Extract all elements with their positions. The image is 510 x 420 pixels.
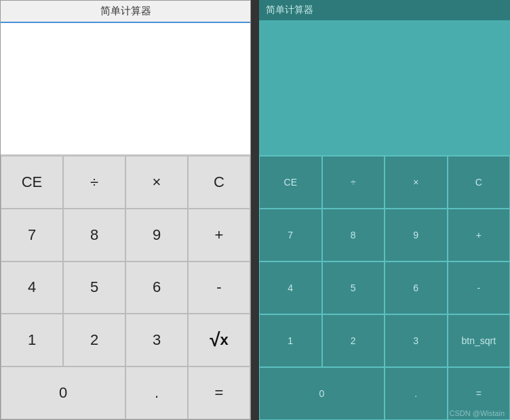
btn-dot[interactable]: . xyxy=(125,366,188,419)
right-btn-9[interactable]: 9 xyxy=(385,209,448,261)
right-button-grid: CE ÷ × C 7 8 9 + 4 5 6 - 1 2 3 btn_sqrt … xyxy=(259,156,510,420)
btn-6[interactable]: 6 xyxy=(125,261,188,314)
right-btn-8[interactable]: 8 xyxy=(322,209,385,261)
btn-2[interactable]: 2 xyxy=(63,314,125,366)
btn-clear[interactable]: C xyxy=(188,156,250,209)
left-title: 简单计算器 xyxy=(100,5,151,16)
right-btn-plus[interactable]: + xyxy=(448,209,511,261)
btn-8[interactable]: 8 xyxy=(63,209,125,261)
right-btn-multiply[interactable]: × xyxy=(385,156,448,209)
btn-multiply[interactable]: × xyxy=(125,156,188,209)
right-btn-3[interactable]: 3 xyxy=(385,314,448,367)
right-btn-5[interactable]: 5 xyxy=(322,261,385,314)
right-btn-divide[interactable]: ÷ xyxy=(322,156,385,209)
right-btn-clear[interactable]: C xyxy=(448,156,511,209)
btn-5[interactable]: 5 xyxy=(63,261,125,314)
left-button-grid: CE ÷ × C 7 8 9 + 4 5 6 - 1 2 3 √x 0 . = xyxy=(1,155,250,419)
right-btn-dot[interactable]: . xyxy=(385,367,448,420)
btn-sqrt[interactable]: √x xyxy=(188,314,250,366)
right-title-bar: 简单计算器 xyxy=(259,0,510,21)
divider xyxy=(251,0,259,420)
right-btn-ce[interactable]: CE xyxy=(259,156,322,209)
left-display xyxy=(1,23,250,155)
left-title-bar: 简单计算器 xyxy=(1,1,250,23)
right-btn-sqrt[interactable]: btn_sqrt xyxy=(448,314,511,367)
right-btn-1[interactable]: 1 xyxy=(259,314,322,367)
right-calculator: 简单计算器 CE ÷ × C 7 8 9 + 4 5 6 - 1 2 3 btn… xyxy=(259,0,510,420)
btn-equals[interactable]: = xyxy=(188,366,250,419)
btn-7[interactable]: 7 xyxy=(1,209,63,261)
right-btn-6[interactable]: 6 xyxy=(385,261,448,314)
right-display xyxy=(259,21,510,156)
right-btn-4[interactable]: 4 xyxy=(259,261,322,314)
right-btn-2[interactable]: 2 xyxy=(322,314,385,367)
right-title: 简单计算器 xyxy=(266,4,313,15)
btn-divide[interactable]: ÷ xyxy=(63,156,125,209)
btn-ce[interactable]: CE xyxy=(1,156,63,209)
watermark: CSDN @Wistain xyxy=(450,409,505,417)
right-btn-0[interactable]: 0 xyxy=(259,367,385,420)
left-calculator: 简单计算器 CE ÷ × C 7 8 9 + 4 5 6 - 1 2 3 √x … xyxy=(0,0,251,420)
right-btn-minus[interactable]: - xyxy=(448,261,511,314)
btn-plus[interactable]: + xyxy=(188,209,250,261)
btn-9[interactable]: 9 xyxy=(125,209,188,261)
btn-1[interactable]: 1 xyxy=(1,314,63,366)
right-btn-7[interactable]: 7 xyxy=(259,209,322,261)
btn-3[interactable]: 3 xyxy=(125,314,188,366)
btn-minus[interactable]: - xyxy=(188,261,250,314)
btn-4[interactable]: 4 xyxy=(1,261,63,314)
btn-0[interactable]: 0 xyxy=(1,366,125,419)
